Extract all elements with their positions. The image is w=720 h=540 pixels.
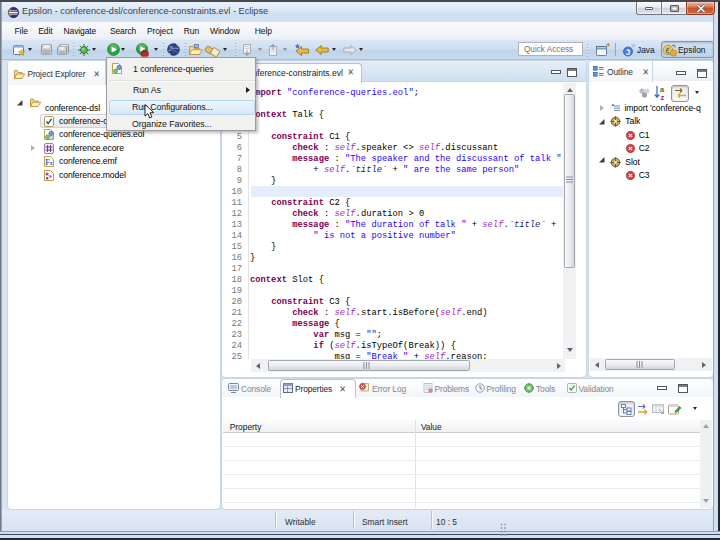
svg-text:z: z bbox=[661, 93, 665, 102]
svg-text:J: J bbox=[626, 48, 630, 57]
